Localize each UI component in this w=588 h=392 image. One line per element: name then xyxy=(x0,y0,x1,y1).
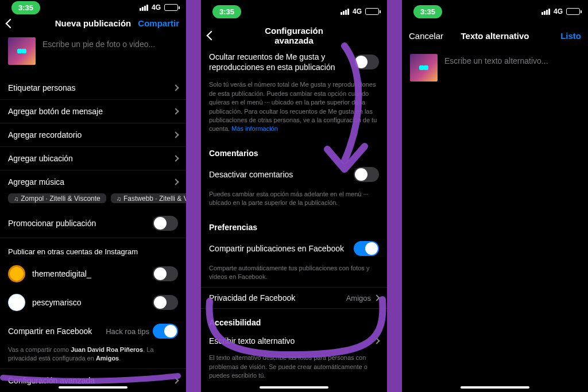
share-fb-row: Compartir publicaciones en Facebook xyxy=(201,235,387,262)
promote-toggle[interactable] xyxy=(153,216,178,231)
row-label: Compartir publicaciones en Facebook xyxy=(209,244,354,253)
disable-comments-row: Desactivar comentarios xyxy=(201,161,387,188)
home-indicator xyxy=(461,386,529,389)
battery-icon xyxy=(365,8,379,15)
music-note-icon: ♫ xyxy=(117,195,121,202)
account-name: thementedigital_ xyxy=(32,269,146,278)
share-facebook-toggle[interactable] xyxy=(153,324,178,339)
music-chip[interactable]: ♫Zompol · Zitelli & Visconte xyxy=(8,193,106,203)
share-fb-note: Comparte automáticamente tus publicacion… xyxy=(201,262,387,288)
hide-likes-note: Solo tú verás el número total de Me gust… xyxy=(201,78,387,139)
alt-text-note: El texto alternativo describe las fotos … xyxy=(201,351,387,386)
more-info-link[interactable]: Más información xyxy=(231,125,278,132)
network-label: 4G xyxy=(554,7,563,15)
post-thumbnail[interactable] xyxy=(8,37,36,65)
add-music-row[interactable]: Agregar música xyxy=(0,170,186,193)
page-title: Texto alternativo xyxy=(455,31,535,41)
hide-likes-toggle[interactable] xyxy=(354,55,379,69)
signal-icon xyxy=(140,5,148,11)
share-button[interactable]: Compartir xyxy=(138,18,179,28)
music-chip[interactable]: ♫Fastwebb · Zitelli & Visc xyxy=(111,193,186,203)
done-button[interactable]: Listo xyxy=(560,31,581,41)
row-label: Compartir en Facebook xyxy=(8,327,106,336)
row-label: Configuración avanzada xyxy=(8,376,173,385)
page-title: Nueva publicación xyxy=(53,18,133,28)
row-label: Promocionar publicación xyxy=(8,219,153,228)
other-accounts-heading: Publicar en otras cuentas de Instagram xyxy=(0,238,186,259)
cancel-button[interactable]: Cancelar xyxy=(409,31,443,41)
signal-icon xyxy=(341,9,349,15)
row-label: Ocultar recuentos de Me gusta y reproduc… xyxy=(209,52,354,72)
hide-likes-row: Ocultar recuentos de Me gusta y reproduc… xyxy=(201,48,387,78)
comments-heading: Comentarios xyxy=(201,139,387,161)
back-icon[interactable] xyxy=(207,31,216,41)
post-thumbnail[interactable] xyxy=(410,54,438,81)
chevron-right-icon xyxy=(172,377,179,383)
share-facebook-row: Compartir en Facebook Hack roa tips xyxy=(0,317,186,346)
alt-text-row[interactable]: Escribe un texto alternativo... xyxy=(402,48,588,93)
page-title: Configuración avanzada xyxy=(254,26,334,45)
write-alt-text-row[interactable]: Escribir texto alternativo xyxy=(201,331,387,351)
accessibility-heading: Accesibilidad xyxy=(201,309,387,331)
screen-advanced-settings: 3:35 4G Configuración avanzada Ocultar r… xyxy=(201,0,387,392)
chip-label: Zompol · Zitelli & Visconte xyxy=(21,195,100,203)
chip-label: Fastwebb · Zitelli & Visc xyxy=(123,195,186,203)
row-label: Escribir texto alternativo xyxy=(209,336,374,346)
status-bar: 3:35 4G xyxy=(402,0,588,23)
add-message-button-row[interactable]: Agregar botón de mensaje xyxy=(0,100,186,123)
caption-row[interactable]: Escribe un pie de foto o video... xyxy=(0,32,186,76)
add-location-row[interactable]: Agregar ubicación xyxy=(0,147,186,170)
facebook-note: Vas a compartir como Juan David Roa Piñe… xyxy=(0,346,186,368)
account-toggle[interactable] xyxy=(153,295,178,310)
account-name: pescymarisco xyxy=(32,298,146,307)
music-note-icon: ♫ xyxy=(14,195,18,202)
promote-row: Promocionar publicación xyxy=(0,209,186,238)
battery-icon xyxy=(566,8,580,15)
share-fb-toggle[interactable] xyxy=(354,241,379,256)
facebook-privacy-row[interactable]: Privacidad de Facebook Amigos xyxy=(201,287,387,309)
row-label: Etiquetar personas xyxy=(8,83,173,92)
navbar: Nueva publicación Compartir xyxy=(0,15,186,32)
chevron-right-icon xyxy=(172,132,179,138)
caption-input[interactable]: Escribe un pie de foto o video... xyxy=(42,37,155,49)
row-label: Agregar música xyxy=(8,177,173,187)
time-pill: 3:35 xyxy=(413,5,442,18)
battery-icon xyxy=(164,4,178,11)
screen-alt-text: 3:35 4G Cancelar Texto alternativo Listo… xyxy=(402,0,588,392)
add-reminder-row[interactable]: Agregar recordatorio xyxy=(0,123,186,147)
row-label: Agregar ubicación xyxy=(8,154,173,163)
avatar xyxy=(8,265,25,282)
avatar xyxy=(8,294,25,311)
chevron-right-icon xyxy=(373,295,380,301)
account-row: pescymarisco xyxy=(0,288,186,317)
navbar: Cancelar Texto alternativo Listo xyxy=(402,23,588,48)
alt-text-input[interactable]: Escribe un texto alternativo... xyxy=(444,54,548,65)
home-indicator xyxy=(59,386,127,389)
back-icon[interactable] xyxy=(6,18,16,28)
navbar: Configuración avanzada xyxy=(201,23,387,48)
preferences-heading: Preferencias xyxy=(201,214,387,235)
tag-people-row[interactable]: Etiquetar personas xyxy=(0,76,186,100)
comments-note: Puedes cambiar esta opción más adelante … xyxy=(201,188,387,214)
home-indicator xyxy=(260,386,328,389)
chevron-right-icon xyxy=(172,85,179,91)
chevron-right-icon xyxy=(172,108,179,115)
disable-comments-toggle[interactable] xyxy=(354,167,379,182)
signal-icon xyxy=(541,9,550,15)
chevron-right-icon xyxy=(373,338,380,344)
network-label: 4G xyxy=(152,3,161,11)
account-row: thementedigital_ xyxy=(0,259,186,288)
network-label: 4G xyxy=(353,7,362,15)
music-chips: ♫Zompol · Zitelli & Visconte ♫Fastwebb ·… xyxy=(0,193,186,209)
chevron-right-icon xyxy=(172,156,179,162)
chevron-right-icon xyxy=(172,179,179,185)
share-facebook-value: Hack roa tips xyxy=(106,327,149,336)
account-toggle[interactable] xyxy=(153,266,178,281)
time-pill: 3:35 xyxy=(11,1,40,14)
time-pill: 3:35 xyxy=(212,5,241,18)
row-label: Desactivar comentarios xyxy=(209,170,354,179)
status-bar: 3:35 4G xyxy=(0,0,186,15)
row-label: Agregar recordatorio xyxy=(8,130,173,139)
row-label: Privacidad de Facebook xyxy=(209,293,346,302)
fb-privacy-value: Amigos xyxy=(346,294,371,302)
